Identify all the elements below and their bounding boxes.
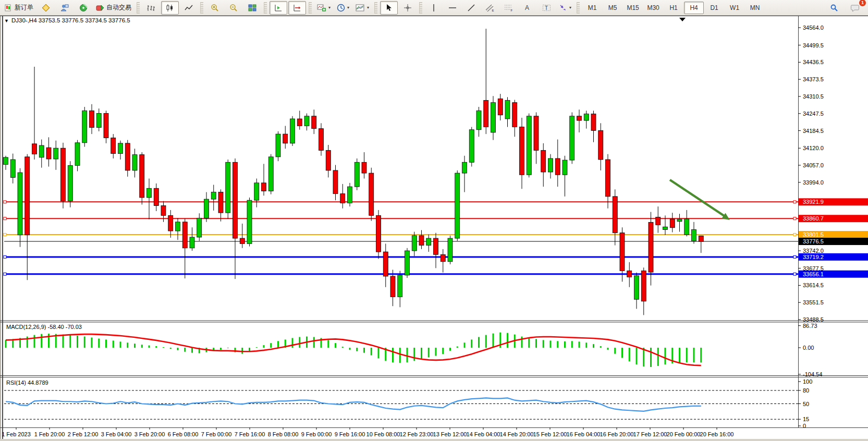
text-button[interactable]: A [519, 1, 536, 15]
candle[interactable] [512, 103, 517, 127]
candle[interactable] [197, 218, 202, 237]
candle[interactable] [54, 148, 58, 159]
candle[interactable] [641, 271, 646, 301]
candle[interactable] [441, 254, 445, 262]
periods-button[interactable]: ▾ [334, 1, 352, 15]
candle[interactable] [354, 162, 359, 187]
candle[interactable] [61, 148, 66, 201]
candle[interactable] [541, 150, 546, 172]
candle[interactable] [663, 227, 668, 229]
candle[interactable] [649, 222, 653, 272]
candle[interactable] [434, 238, 438, 254]
candle[interactable] [684, 219, 689, 235]
notifications-button[interactable]: 1 [846, 1, 864, 15]
chart-area[interactable]: 34564.034499.534436.534373.534310.534247… [0, 16, 868, 441]
candle[interactable] [132, 155, 137, 170]
candle[interactable] [304, 116, 309, 126]
candle[interactable] [498, 99, 503, 115]
timeframe-button-m5[interactable]: M5 [603, 2, 622, 14]
candle[interactable] [376, 215, 381, 252]
candle[interactable] [104, 114, 108, 138]
cursor-button[interactable] [380, 1, 398, 15]
candle[interactable] [240, 238, 244, 243]
candle[interactable] [25, 157, 30, 235]
candle[interactable] [90, 111, 94, 127]
candle[interactable] [268, 157, 273, 191]
candle[interactable] [555, 158, 560, 175]
candle[interactable] [147, 188, 152, 198]
timeframe-button-d1[interactable]: D1 [704, 2, 724, 14]
candle[interactable] [168, 215, 173, 231]
crosshair-button[interactable] [399, 1, 417, 15]
candle[interactable] [333, 170, 338, 194]
candle[interactable] [161, 206, 166, 216]
indicators-button[interactable]: ▾ [314, 1, 333, 15]
candle[interactable] [419, 236, 424, 246]
candle[interactable] [176, 222, 180, 231]
timeframe-button-w1[interactable]: W1 [725, 2, 744, 14]
candle[interactable] [348, 187, 352, 203]
arrows-button[interactable]: ▾ [556, 1, 574, 15]
candle[interactable] [182, 222, 187, 248]
fibonacci-button[interactable]: F [500, 1, 518, 15]
candle[interactable] [75, 143, 80, 166]
candle[interactable] [39, 145, 44, 157]
candle[interactable] [4, 157, 8, 165]
candle[interactable] [476, 111, 481, 129]
candle[interactable] [276, 134, 280, 157]
candle[interactable] [405, 251, 410, 275]
templates-button[interactable]: ▾ [353, 1, 372, 15]
candle[interactable] [254, 183, 259, 200]
candle[interactable] [390, 276, 395, 297]
candlestick-chart-button[interactable] [161, 1, 179, 15]
candle[interactable] [369, 173, 374, 215]
candle[interactable] [96, 114, 101, 128]
tile-windows-button[interactable] [243, 1, 261, 15]
candle[interactable] [462, 162, 467, 173]
timeframe-button-h1[interactable]: H1 [664, 2, 683, 14]
vertical-line-button[interactable] [425, 1, 443, 15]
candle[interactable] [10, 160, 15, 177]
candle[interactable] [505, 101, 510, 119]
candle[interactable] [211, 192, 216, 200]
navigator-button[interactable] [75, 1, 92, 15]
candle[interactable] [226, 162, 230, 213]
candle[interactable] [692, 229, 696, 241]
candle[interactable] [412, 236, 417, 251]
horizontal-line-button[interactable] [444, 1, 461, 15]
candle[interactable] [218, 192, 223, 213]
candle[interactable] [699, 236, 703, 241]
candle[interactable] [283, 134, 288, 143]
search-button[interactable] [825, 1, 843, 15]
candle[interactable] [548, 158, 553, 172]
bar-chart-button[interactable] [142, 1, 160, 15]
candle[interactable] [247, 200, 252, 243]
candle[interactable] [204, 199, 209, 218]
candle[interactable] [563, 160, 567, 175]
timeframe-button-m1[interactable]: M1 [582, 2, 602, 14]
candle[interactable] [455, 173, 460, 238]
candle[interactable] [534, 116, 539, 151]
autotrading-button[interactable]: 自动交易 [93, 1, 134, 15]
candle[interactable] [362, 162, 366, 173]
candle[interactable] [398, 275, 402, 297]
candle[interactable] [656, 217, 661, 225]
candle[interactable] [613, 197, 617, 233]
candle[interactable] [570, 116, 574, 160]
timeframe-button-mn[interactable]: MN [745, 2, 765, 14]
timeframe-button-h4[interactable]: H4 [684, 2, 704, 14]
timeframe-button-m15[interactable]: M15 [623, 2, 643, 14]
candle[interactable] [584, 114, 589, 120]
candle[interactable] [82, 111, 87, 142]
candle[interactable] [634, 276, 639, 299]
text-label-button[interactable]: T [537, 1, 555, 15]
candle[interactable] [312, 116, 316, 129]
candle[interactable] [527, 116, 531, 175]
candle[interactable] [326, 150, 331, 170]
timeframe-button-m30[interactable]: M30 [643, 2, 663, 14]
candle[interactable] [18, 173, 22, 235]
candle[interactable] [32, 144, 37, 154]
candle[interactable] [469, 130, 474, 162]
candle[interactable] [68, 166, 72, 201]
equidistant-channel-button[interactable]: E [481, 1, 499, 15]
